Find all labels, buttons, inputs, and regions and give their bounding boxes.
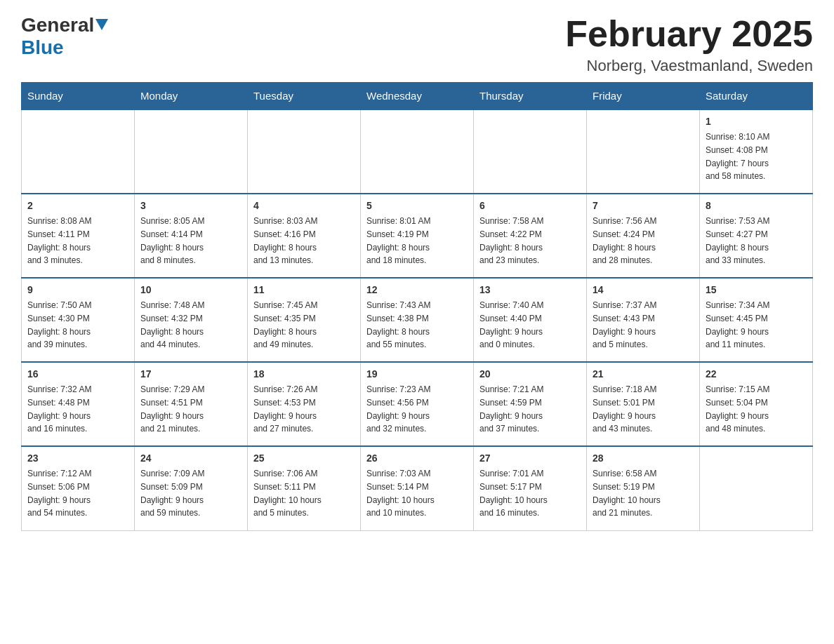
day-info: Sunrise: 7:32 AM Sunset: 4:48 PM Dayligh… bbox=[27, 384, 91, 434]
calendar-cell bbox=[248, 109, 361, 194]
calendar-table: SundayMondayTuesdayWednesdayThursdayFrid… bbox=[21, 82, 813, 531]
calendar-cell: 15Sunrise: 7:34 AM Sunset: 4:45 PM Dayli… bbox=[700, 278, 813, 362]
day-number: 12 bbox=[366, 283, 468, 297]
calendar-cell bbox=[135, 109, 248, 194]
calendar-cell: 5Sunrise: 8:01 AM Sunset: 4:19 PM Daylig… bbox=[361, 194, 474, 278]
calendar-cell: 14Sunrise: 7:37 AM Sunset: 4:43 PM Dayli… bbox=[587, 278, 700, 362]
calendar-cell: 26Sunrise: 7:03 AM Sunset: 5:14 PM Dayli… bbox=[361, 446, 474, 530]
logo: General Blue bbox=[21, 14, 108, 59]
svg-marker-0 bbox=[95, 19, 108, 30]
day-number: 9 bbox=[27, 283, 128, 297]
day-number: 22 bbox=[706, 367, 807, 382]
calendar-header-friday: Friday bbox=[587, 83, 700, 110]
day-number: 8 bbox=[706, 199, 807, 213]
calendar-cell: 27Sunrise: 7:01 AM Sunset: 5:17 PM Dayli… bbox=[474, 446, 587, 530]
month-title: February 2025 bbox=[565, 14, 813, 54]
day-info: Sunrise: 7:56 AM Sunset: 4:24 PM Dayligh… bbox=[593, 216, 656, 265]
calendar-cell: 6Sunrise: 7:58 AM Sunset: 4:22 PM Daylig… bbox=[474, 194, 587, 278]
calendar-cell: 17Sunrise: 7:29 AM Sunset: 4:51 PM Dayli… bbox=[135, 362, 248, 446]
logo-arrow-icon bbox=[95, 19, 108, 34]
calendar-cell bbox=[22, 109, 135, 194]
day-number: 1 bbox=[706, 114, 807, 129]
calendar-cell: 22Sunrise: 7:15 AM Sunset: 5:04 PM Dayli… bbox=[700, 362, 813, 446]
day-number: 16 bbox=[27, 367, 128, 382]
calendar-cell: 28Sunrise: 6:58 AM Sunset: 5:19 PM Dayli… bbox=[587, 446, 700, 530]
calendar-cell: 11Sunrise: 7:45 AM Sunset: 4:35 PM Dayli… bbox=[248, 278, 361, 362]
calendar-header-thursday: Thursday bbox=[474, 83, 587, 110]
calendar-cell bbox=[587, 109, 700, 194]
day-number: 21 bbox=[593, 367, 694, 382]
day-number: 10 bbox=[140, 283, 241, 297]
day-info: Sunrise: 7:18 AM Sunset: 5:01 PM Dayligh… bbox=[593, 384, 656, 434]
day-number: 19 bbox=[366, 367, 468, 382]
calendar-cell: 10Sunrise: 7:48 AM Sunset: 4:32 PM Dayli… bbox=[135, 278, 248, 362]
day-number: 11 bbox=[253, 283, 355, 297]
day-info: Sunrise: 7:53 AM Sunset: 4:27 PM Dayligh… bbox=[706, 216, 769, 265]
day-number: 26 bbox=[366, 451, 468, 466]
day-info: Sunrise: 7:03 AM Sunset: 5:14 PM Dayligh… bbox=[366, 469, 435, 518]
location-title: Norberg, Vaestmanland, Sweden bbox=[565, 57, 813, 75]
calendar-cell: 23Sunrise: 7:12 AM Sunset: 5:06 PM Dayli… bbox=[22, 446, 135, 530]
calendar-cell: 3Sunrise: 8:05 AM Sunset: 4:14 PM Daylig… bbox=[135, 194, 248, 278]
calendar-week-3: 9Sunrise: 7:50 AM Sunset: 4:30 PM Daylig… bbox=[22, 278, 813, 362]
day-info: Sunrise: 6:58 AM Sunset: 5:19 PM Dayligh… bbox=[593, 469, 661, 518]
day-info: Sunrise: 8:08 AM Sunset: 4:11 PM Dayligh… bbox=[27, 216, 91, 265]
calendar-cell: 25Sunrise: 7:06 AM Sunset: 5:11 PM Dayli… bbox=[248, 446, 361, 530]
calendar-cell: 16Sunrise: 7:32 AM Sunset: 4:48 PM Dayli… bbox=[22, 362, 135, 446]
calendar-week-2: 2Sunrise: 8:08 AM Sunset: 4:11 PM Daylig… bbox=[22, 194, 813, 278]
calendar-cell: 19Sunrise: 7:23 AM Sunset: 4:56 PM Dayli… bbox=[361, 362, 474, 446]
day-info: Sunrise: 7:45 AM Sunset: 4:35 PM Dayligh… bbox=[253, 300, 317, 349]
day-info: Sunrise: 8:01 AM Sunset: 4:19 PM Dayligh… bbox=[366, 216, 430, 265]
day-number: 13 bbox=[479, 283, 581, 297]
day-info: Sunrise: 7:12 AM Sunset: 5:06 PM Dayligh… bbox=[27, 469, 91, 518]
calendar-cell: 21Sunrise: 7:18 AM Sunset: 5:01 PM Dayli… bbox=[587, 362, 700, 446]
calendar-cell bbox=[361, 109, 474, 194]
day-info: Sunrise: 7:09 AM Sunset: 5:09 PM Dayligh… bbox=[140, 469, 204, 518]
day-info: Sunrise: 7:34 AM Sunset: 4:45 PM Dayligh… bbox=[706, 300, 769, 349]
day-number: 17 bbox=[140, 367, 241, 382]
day-number: 3 bbox=[140, 199, 241, 213]
calendar-header-row: SundayMondayTuesdayWednesdayThursdayFrid… bbox=[22, 83, 813, 110]
calendar-header-tuesday: Tuesday bbox=[248, 83, 361, 110]
calendar-cell: 8Sunrise: 7:53 AM Sunset: 4:27 PM Daylig… bbox=[700, 194, 813, 278]
calendar-header-monday: Monday bbox=[135, 83, 248, 110]
logo-blue: Blue bbox=[21, 36, 64, 58]
day-number: 28 bbox=[593, 451, 694, 466]
day-info: Sunrise: 7:40 AM Sunset: 4:40 PM Dayligh… bbox=[479, 300, 543, 349]
day-number: 6 bbox=[479, 199, 581, 213]
day-number: 24 bbox=[140, 451, 241, 466]
calendar-cell: 12Sunrise: 7:43 AM Sunset: 4:38 PM Dayli… bbox=[361, 278, 474, 362]
day-number: 27 bbox=[479, 451, 581, 466]
calendar-cell: 1Sunrise: 8:10 AM Sunset: 4:08 PM Daylig… bbox=[700, 109, 813, 194]
calendar-cell bbox=[474, 109, 587, 194]
calendar-header-wednesday: Wednesday bbox=[361, 83, 474, 110]
day-info: Sunrise: 7:15 AM Sunset: 5:04 PM Dayligh… bbox=[706, 384, 769, 434]
day-number: 4 bbox=[253, 199, 355, 213]
calendar-week-1: 1Sunrise: 8:10 AM Sunset: 4:08 PM Daylig… bbox=[22, 109, 813, 194]
day-info: Sunrise: 7:21 AM Sunset: 4:59 PM Dayligh… bbox=[479, 384, 543, 434]
day-info: Sunrise: 8:05 AM Sunset: 4:14 PM Dayligh… bbox=[140, 216, 204, 265]
day-info: Sunrise: 7:26 AM Sunset: 4:53 PM Dayligh… bbox=[253, 384, 317, 434]
page-header: General Blue February 2025 Norberg, Vaes… bbox=[21, 14, 813, 75]
calendar-cell: 2Sunrise: 8:08 AM Sunset: 4:11 PM Daylig… bbox=[22, 194, 135, 278]
calendar-header-sunday: Sunday bbox=[22, 83, 135, 110]
calendar-cell: 24Sunrise: 7:09 AM Sunset: 5:09 PM Dayli… bbox=[135, 446, 248, 530]
calendar-cell: 4Sunrise: 8:03 AM Sunset: 4:16 PM Daylig… bbox=[248, 194, 361, 278]
day-number: 15 bbox=[706, 283, 807, 297]
day-number: 23 bbox=[27, 451, 128, 466]
day-info: Sunrise: 7:43 AM Sunset: 4:38 PM Dayligh… bbox=[366, 300, 430, 349]
day-info: Sunrise: 7:23 AM Sunset: 4:56 PM Dayligh… bbox=[366, 384, 430, 434]
day-info: Sunrise: 8:03 AM Sunset: 4:16 PM Dayligh… bbox=[253, 216, 317, 265]
day-info: Sunrise: 7:50 AM Sunset: 4:30 PM Dayligh… bbox=[27, 300, 91, 349]
day-number: 20 bbox=[479, 367, 581, 382]
day-number: 2 bbox=[27, 199, 128, 213]
day-number: 25 bbox=[253, 451, 355, 466]
logo-general: General bbox=[21, 14, 94, 36]
calendar-cell: 9Sunrise: 7:50 AM Sunset: 4:30 PM Daylig… bbox=[22, 278, 135, 362]
day-number: 18 bbox=[253, 367, 355, 382]
title-block: February 2025 Norberg, Vaestmanland, Swe… bbox=[565, 14, 813, 75]
calendar-cell: 20Sunrise: 7:21 AM Sunset: 4:59 PM Dayli… bbox=[474, 362, 587, 446]
calendar-cell: 13Sunrise: 7:40 AM Sunset: 4:40 PM Dayli… bbox=[474, 278, 587, 362]
day-info: Sunrise: 7:48 AM Sunset: 4:32 PM Dayligh… bbox=[140, 300, 204, 349]
calendar-cell: 18Sunrise: 7:26 AM Sunset: 4:53 PM Dayli… bbox=[248, 362, 361, 446]
